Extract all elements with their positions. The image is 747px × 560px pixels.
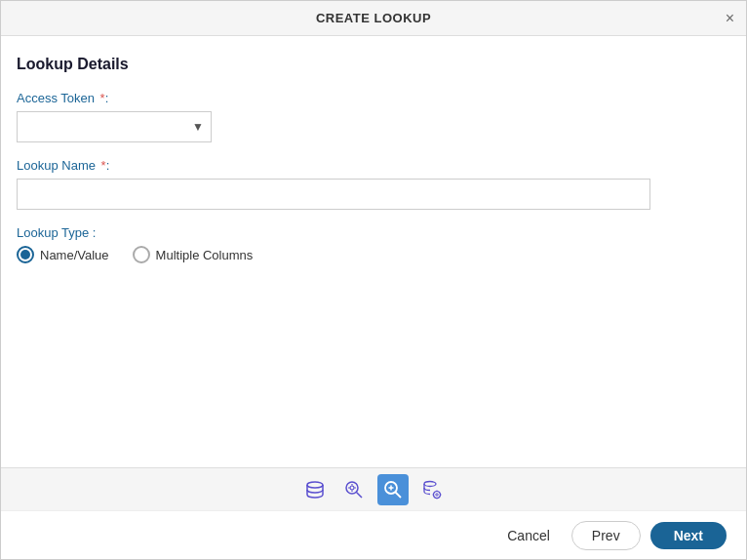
svg-point-0 [307,482,323,488]
svg-point-12 [424,481,436,486]
search-gear-icon-btn[interactable] [338,474,370,505]
search-gear-icon [343,479,365,500]
lookup-type-label: Lookup Type : [17,225,730,240]
create-lookup-dialog: CREATE LOOKUP × Lookup Details Access To… [0,0,747,560]
close-button[interactable]: × [726,11,734,26]
access-token-group: Access Token *: ▼ [17,91,730,142]
lookup-type-group: Lookup Type : Name/Value Multiple Column… [17,225,730,263]
radio-multiple-columns-label[interactable]: Multiple Columns [133,246,254,263]
database-gear-icon [421,479,443,500]
required-star: * [97,91,105,105]
access-token-select-wrapper: ▼ [17,111,212,142]
radio-group: Name/Value Multiple Columns [17,246,730,263]
lookup-name-group: Lookup Name *: [17,158,730,210]
access-token-label: Access Token *: [17,91,730,105]
required-star-2: * [98,158,106,173]
lookup-name-input[interactable] [17,179,650,210]
database-icon-btn[interactable] [299,474,331,505]
footer-icons-bar [1,467,746,510]
radio-multiple-columns-text: Multiple Columns [156,248,254,262]
dialog-title: CREATE LOOKUP [316,11,431,25]
footer-buttons-bar: Cancel Prev Next [1,510,746,559]
search-magnify-icon-btn[interactable] [377,474,409,505]
dialog-body: Lookup Details Access Token *: ▼ Lookup … [1,36,746,467]
lookup-name-label: Lookup Name *: [17,158,730,173]
radio-name-value-input[interactable] [17,246,34,263]
database-icon [304,479,326,500]
section-title: Lookup Details [17,56,730,73]
svg-line-9 [396,492,402,498]
cancel-button[interactable]: Cancel [495,522,562,549]
radio-multiple-columns-input[interactable] [133,246,150,263]
svg-point-1 [346,482,358,494]
database-gear-icon-btn[interactable] [416,474,448,505]
radio-name-value-label[interactable]: Name/Value [17,246,109,263]
search-magnify-icon [382,479,404,500]
svg-line-2 [357,492,363,498]
svg-point-3 [350,486,354,490]
access-token-select[interactable] [17,111,212,142]
radio-name-value-text: Name/Value [40,248,109,262]
svg-point-13 [434,491,441,498]
dialog-header: CREATE LOOKUP × [1,1,746,36]
prev-button[interactable]: Prev [571,521,641,550]
svg-point-14 [436,493,438,495]
next-button[interactable]: Next [650,522,727,549]
